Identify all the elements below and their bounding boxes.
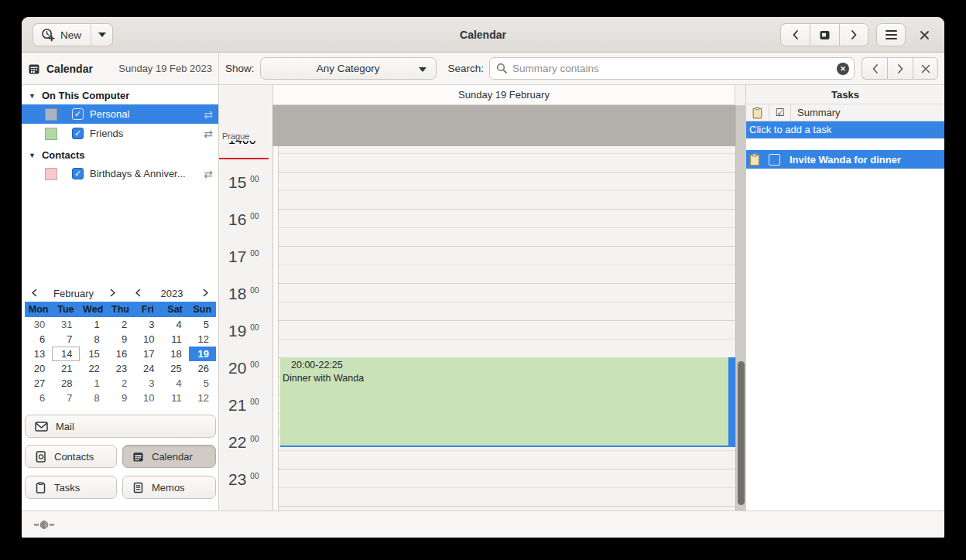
expander-icon[interactable]: ▼ <box>29 92 36 100</box>
show-label: Show: <box>225 63 255 74</box>
prev-year-button[interactable] <box>128 288 147 299</box>
calendar-group-header[interactable]: ▼On This Computer <box>22 87 218 104</box>
add-task-row[interactable]: Click to add a task <box>746 121 944 138</box>
mini-calendar-day[interactable]: 12 <box>189 391 216 405</box>
mini-calendar-day[interactable]: 28 <box>52 376 79 391</box>
task-complete-column-icon[interactable]: ☑ <box>769 104 791 121</box>
mini-calendar-day[interactable]: 21 <box>52 361 79 376</box>
menu-button[interactable] <box>876 23 906 46</box>
grid-line <box>279 487 735 488</box>
mini-calendar-day[interactable]: 3 <box>134 376 161 391</box>
scrollbar-thumb[interactable] <box>738 361 745 505</box>
mini-calendar-day[interactable]: 15 <box>80 347 107 361</box>
mini-calendar-day[interactable]: 23 <box>107 361 134 376</box>
mini-calendar-day[interactable]: 30 <box>25 317 52 332</box>
mini-calendar-day[interactable]: 27 <box>25 376 52 391</box>
search-previous-button[interactable] <box>862 57 887 80</box>
mini-calendar-day[interactable]: 18 <box>161 347 188 361</box>
calendar-checkbox[interactable]: ✓ <box>72 108 84 120</box>
mini-calendar-day[interactable]: 8 <box>80 332 107 347</box>
mini-calendar-day[interactable]: 26 <box>189 361 216 376</box>
grid-line <box>279 190 735 191</box>
prev-month-button[interactable] <box>25 288 43 299</box>
day-view-header[interactable]: Sunday 19 February <box>272 85 735 105</box>
close-icon <box>920 30 930 40</box>
search-input[interactable] <box>512 63 832 74</box>
mini-calendar-day[interactable]: 4 <box>161 317 188 332</box>
task-row[interactable]: Invite Wanda for dinner <box>746 150 944 169</box>
grid-line <box>279 302 735 302</box>
task-checkbox[interactable] <box>769 154 780 166</box>
mini-calendar-day[interactable]: 1 <box>80 317 107 332</box>
search-close-button[interactable] <box>913 57 938 80</box>
tasks-column-headers[interactable]: ☑ Summary <box>746 104 944 121</box>
tasks-icon <box>35 482 46 493</box>
new-button[interactable]: New <box>33 23 91 46</box>
mini-calendar-day[interactable]: 6 <box>25 332 52 347</box>
mini-calendar-day[interactable]: 24 <box>134 361 161 376</box>
mini-calendar-day[interactable]: 8 <box>80 391 107 405</box>
new-button-label: New <box>60 29 81 41</box>
mini-calendar-day[interactable]: 22 <box>80 361 107 376</box>
calendar-checkbox[interactable]: ✓ <box>72 128 84 139</box>
calendar-list-item[interactable]: ✓Friends⇄ <box>22 124 218 143</box>
window-close-button[interactable] <box>912 23 937 46</box>
calendar-group-header[interactable]: ▼Contacts <box>22 146 218 164</box>
day-grid[interactable]: 20:00-22:25 Dinner with Wanda <box>272 105 735 510</box>
switcher-memos-button[interactable]: Memos <box>122 476 216 499</box>
clear-search-icon[interactable]: ✕ <box>837 63 849 75</box>
mini-calendar-day[interactable]: 5 <box>189 317 216 332</box>
new-dropdown-button[interactable] <box>91 23 113 46</box>
mini-calendar-day[interactable]: 3 <box>134 317 161 332</box>
mini-calendar-day[interactable]: 13 <box>25 347 52 361</box>
mini-calendar-day[interactable]: 25 <box>161 361 188 376</box>
chevron-down-icon <box>98 32 106 37</box>
today-button[interactable] <box>810 23 839 46</box>
event-selection-bar[interactable] <box>728 357 735 446</box>
mini-calendar-day[interactable]: 20 <box>25 361 52 376</box>
next-button[interactable] <box>839 23 868 46</box>
mini-calendar-day[interactable]: 14 <box>52 347 79 361</box>
switcher-calendar-button[interactable]: Calendar <box>122 445 216 468</box>
switcher-contacts-button[interactable]: Contacts <box>25 445 117 468</box>
mini-calendar-day[interactable]: 9 <box>107 332 134 347</box>
mini-calendar-day[interactable]: 11 <box>161 391 188 405</box>
expander-icon[interactable]: ▼ <box>29 152 36 159</box>
mini-calendar-day[interactable]: 31 <box>52 317 79 332</box>
mini-calendar-day[interactable]: 1 <box>80 376 107 391</box>
next-month-button[interactable] <box>104 288 122 299</box>
clipboard-icon <box>749 153 760 166</box>
mini-calendar-day[interactable]: 2 <box>107 376 134 391</box>
mini-calendar-day[interactable]: 5 <box>189 376 216 391</box>
calendar-event[interactable]: 20:00-22:25 Dinner with Wanda <box>280 357 735 447</box>
mini-calendar-day[interactable]: 2 <box>107 317 134 332</box>
mini-calendar-day[interactable]: 9 <box>107 391 134 405</box>
mini-calendar-day[interactable]: 10 <box>134 391 161 405</box>
day-view-scrollbar[interactable] <box>735 105 745 510</box>
summary-column-header[interactable]: Summary <box>791 107 841 118</box>
next-year-button[interactable] <box>197 288 215 299</box>
mini-calendar-dayname: Wed <box>80 304 107 315</box>
switcher-mail-button[interactable]: Mail <box>25 415 216 438</box>
mini-calendar-day[interactable]: 10 <box>134 332 161 347</box>
mini-calendar-day[interactable]: 19 <box>189 347 216 361</box>
online-status-icon[interactable] <box>34 520 54 530</box>
search-next-button[interactable] <box>887 57 913 80</box>
allday-section[interactable] <box>272 105 735 146</box>
mini-calendar-day[interactable]: 4 <box>161 376 188 391</box>
mini-calendar-day[interactable]: 6 <box>25 391 52 405</box>
mini-calendar-day[interactable]: 17 <box>134 347 161 361</box>
category-filter-dropdown[interactable]: Any Category <box>260 57 437 80</box>
task-type-column-icon[interactable] <box>746 104 769 121</box>
calendar-list-item[interactable]: ✓Birthdays & Anniver...⇄ <box>22 164 218 183</box>
search-box[interactable]: ✕ <box>489 57 855 80</box>
switcher-tasks-button[interactable]: Tasks <box>25 476 117 499</box>
mini-calendar-day[interactable]: 11 <box>161 332 188 347</box>
mini-calendar-day[interactable]: 7 <box>52 332 79 347</box>
mini-calendar-day[interactable]: 16 <box>107 347 134 361</box>
calendar-checkbox[interactable]: ✓ <box>72 168 84 179</box>
previous-button[interactable] <box>780 23 810 46</box>
calendar-list-item[interactable]: ✓Personal⇄ <box>22 104 218 124</box>
mini-calendar-day[interactable]: 12 <box>189 332 216 347</box>
mini-calendar-day[interactable]: 7 <box>52 391 79 405</box>
